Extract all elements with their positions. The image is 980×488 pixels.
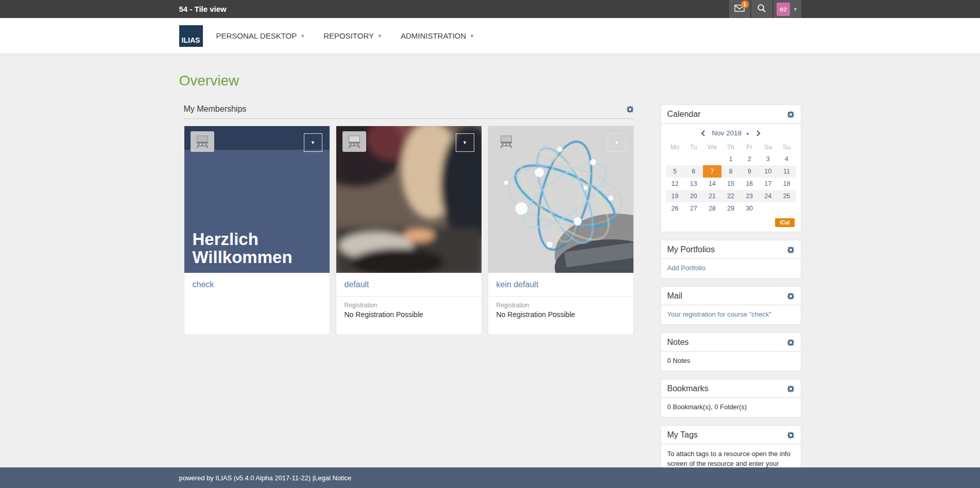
gear-icon[interactable] (787, 431, 795, 439)
nav-menus: PERSONAL DESKTOP ▼ REPOSITORY ▼ ADMINIST… (216, 31, 475, 40)
nav-repository[interactable]: REPOSITORY ▼ (323, 31, 382, 40)
nav-label: REPOSITORY (323, 31, 374, 40)
mail-button[interactable]: 1 (729, 0, 750, 18)
tile-title-link[interactable]: default (345, 280, 369, 289)
calendar-weekday: Sa (759, 142, 777, 153)
calendar-weekday: Tu (684, 142, 703, 153)
calendar-day[interactable]: 23 (740, 190, 759, 202)
calendar-day[interactable]: 8 (721, 165, 740, 178)
calendar-day[interactable]: 4 (777, 153, 796, 165)
legal-notice-link[interactable]: Legal Notice (314, 474, 351, 482)
gear-icon[interactable] (787, 385, 795, 393)
calendar-day[interactable]: 21 (703, 190, 721, 202)
memberships-title: My Memberships (184, 104, 247, 114)
tile-actions-dropdown[interactable]: ▼ (456, 133, 474, 152)
calendar-day[interactable]: 25 (777, 190, 796, 202)
search-icon (757, 4, 766, 15)
calendar-day[interactable]: 12 (666, 178, 684, 190)
tile-actions-dropdown[interactable]: ▼ (304, 133, 322, 152)
calendar-day-empty (759, 202, 777, 215)
calendar-week-row: 12131415161718 (666, 178, 796, 190)
registration-label: Registration (496, 302, 625, 309)
gear-icon[interactable] (787, 292, 795, 300)
calendar-day[interactable]: 9 (740, 165, 759, 178)
nav-label: PERSONAL DESKTOP (216, 31, 297, 40)
calendar-day[interactable]: 27 (684, 202, 703, 215)
calendar-day[interactable]: 17 (759, 178, 777, 190)
chevron-down-icon: ▼ (377, 33, 382, 39)
calendar-day[interactable]: 13 (684, 178, 703, 190)
calendar-prev-button[interactable] (701, 130, 706, 136)
calendar-day[interactable]: 18 (777, 178, 796, 190)
calendar-day[interactable]: 30 (740, 202, 759, 215)
footer-powered-text: powered by ILIAS (v5.4.0 Alpha 2017-11-2… (179, 474, 315, 482)
tile-caption: check (184, 273, 330, 335)
course-icon (494, 131, 518, 152)
gear-icon[interactable] (787, 246, 795, 254)
nav-administration[interactable]: ADMINISTRATION ▼ (401, 31, 474, 40)
calendar-day[interactable]: 24 (759, 190, 777, 202)
calendar-day[interactable]: 6 (684, 165, 703, 178)
tile-photo-meeting: ▼ (336, 126, 482, 273)
calendar-nav: Nov 2018 ▼ (661, 124, 801, 141)
ical-button[interactable]: iCal (775, 218, 794, 227)
calendar-day[interactable]: 28 (703, 202, 721, 215)
ilias-logo[interactable]: ILIAS (179, 25, 203, 47)
course-icon (191, 131, 214, 152)
registration-label: Registration (345, 302, 473, 309)
search-button[interactable] (751, 0, 772, 18)
notes-widget: Notes 0 Notes (661, 333, 801, 371)
mail-widget: Mail Your registration for course "check… (661, 286, 801, 325)
page-title: Overview (179, 73, 801, 89)
calendar-week-row: 2627282930 (666, 202, 796, 215)
calendar-day[interactable]: 14 (703, 178, 721, 190)
calendar-day-empty (684, 153, 703, 165)
divider (488, 296, 633, 297)
calendar-day[interactable]: 15 (721, 178, 740, 190)
calendar-day[interactable]: 29 (721, 202, 740, 215)
calendar-day[interactable]: 11 (777, 165, 796, 178)
divider (336, 296, 482, 297)
chevron-down-icon: ▼ (300, 33, 305, 39)
mail-message-link[interactable]: Your registration for course "check" (667, 310, 771, 318)
footer: powered by ILIAS (v5.4.0 Alpha 2017-11-2… (0, 467, 980, 488)
calendar-week-row: 19202122232425 (666, 190, 796, 202)
sidebar: Calendar Nov 2018 ▼ (661, 104, 801, 488)
chevron-down-icon: ▼ (311, 140, 315, 145)
portfolios-title: My Portfolios (667, 245, 715, 254)
calendar-next-button[interactable] (756, 130, 761, 136)
gear-icon[interactable] (787, 339, 795, 346)
nav-personal-desktop[interactable]: PERSONAL DESKTOP ▼ (216, 31, 305, 40)
calendar-weekday: We (703, 142, 721, 153)
notes-title: Notes (667, 338, 689, 347)
calendar-weekday: Su (777, 142, 796, 153)
tile-check: Herzlich Willkommen ▼ check (184, 126, 330, 335)
calendar-weekday: Fr (740, 142, 759, 153)
calendar-day[interactable]: 22 (721, 190, 740, 202)
calendar-day[interactable]: 2 (740, 153, 759, 165)
tile-photo-network: ▼ (488, 126, 633, 273)
calendar-day[interactable]: 1 (721, 153, 740, 165)
calendar-day-selected[interactable]: 7 (703, 165, 721, 178)
calendar-header: Calendar (661, 105, 801, 124)
memberships-header: My Memberships (184, 104, 634, 119)
gear-icon[interactable] (626, 106, 634, 113)
calendar-day-empty (777, 202, 796, 215)
tile-actions-dropdown[interactable]: ▼ (608, 133, 626, 152)
calendar-day[interactable]: 16 (740, 178, 759, 190)
calendar-day[interactable]: 10 (759, 165, 777, 178)
membership-tiles: Herzlich Willkommen ▼ check (184, 126, 634, 335)
tile-title-link[interactable]: check (193, 280, 214, 289)
calendar-day[interactable]: 20 (684, 190, 703, 202)
course-icon (342, 131, 366, 152)
calendar-day[interactable]: 5 (666, 165, 684, 178)
calendar-day[interactable]: 19 (666, 190, 684, 202)
gear-icon[interactable] (787, 111, 795, 118)
tile-title-link[interactable]: kein default (496, 280, 539, 289)
calendar-day[interactable]: 26 (666, 202, 684, 215)
add-portfolio-link[interactable]: Add Portfolio (667, 264, 706, 272)
calendar-month-dropdown[interactable]: Nov 2018 ▼ (712, 129, 749, 137)
calendar-day[interactable]: 3 (759, 153, 777, 165)
registration-value: No Registration Possible (345, 310, 473, 319)
user-menu-button[interactable]: ez ▼ (773, 0, 801, 18)
